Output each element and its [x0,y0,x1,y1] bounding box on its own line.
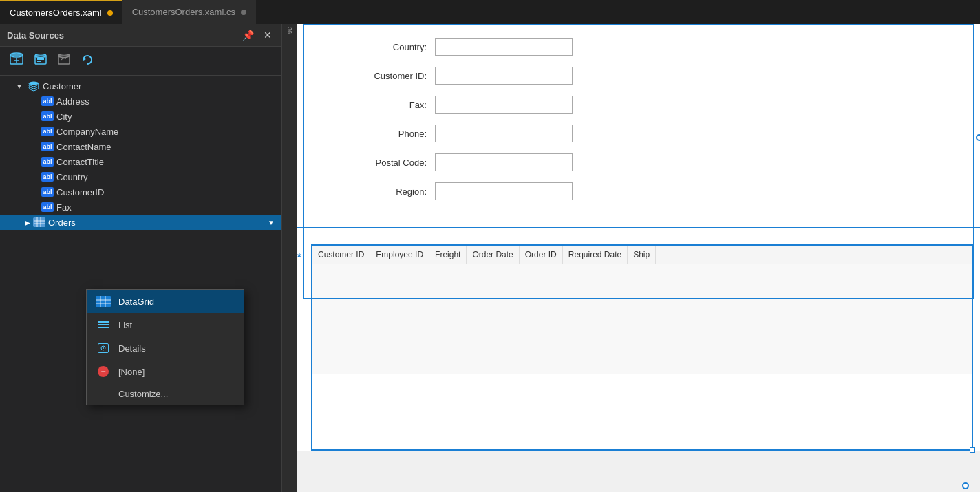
tab-xaml[interactable]: CustomersOrders.xaml [0,0,122,24]
form-row-postalcode: Postal Code: [325,153,952,171]
expand-orders[interactable]: ▶ [22,219,33,226]
dropdown-customize[interactable]: Customize... [87,383,244,405]
region-input[interactable] [435,182,573,200]
refresh-button[interactable] [77,51,98,72]
right-panel: 36 ▶ Country: [282,24,980,492]
col-ship: Ship [628,246,656,264]
close-panel-button[interactable]: ✕ [261,28,275,42]
fax-field-label: Fax: [325,100,435,110]
col-customerid-label: Customer ID [318,250,364,259]
col-orderid: Order ID [520,246,563,264]
svg-rect-18 [96,296,111,307]
phone-input[interactable] [435,125,573,142]
panel-header: Data Sources 📌 ✕ [0,24,281,47]
toolbar-row [0,47,281,76]
tree-item-country[interactable]: abl Country [0,169,281,184]
panel-title: Data Sources [7,30,64,41]
dropdown-details[interactable]: Details [87,336,244,360]
orders-grid-icon [34,217,45,227]
edit-datasource-button[interactable] [30,51,51,72]
refresh-schema-button[interactable] [54,51,74,72]
col-orderdate-label: Order Date [472,250,513,259]
asterisk-marker: * [297,251,301,262]
designer-area[interactable]: 36 ▶ Country: [282,24,980,492]
tab-xaml-label: CustomersOrders.xaml [10,8,102,18]
details-label: Details [118,343,146,354]
add-datasource-button[interactable] [6,50,28,72]
tree-root-customer[interactable]: ▼ Customer [0,78,281,94]
dropdown-none[interactable]: − [None] [87,360,244,383]
datagrid-label: DataGrid [118,297,154,307]
field-icon-customerid: abl [41,186,54,198]
companyname-label: CompanyName [56,127,281,137]
tree-item-customerid[interactable]: abl CustomerID [0,184,281,200]
col-customerid: Customer ID [312,246,370,264]
form-row-fax: Fax: [325,96,952,114]
svg-rect-7 [37,61,41,62]
tree-item-companyname[interactable]: abl CompanyName [0,124,281,139]
orders-label: Orders [48,217,261,228]
fax-input[interactable] [435,96,573,114]
left-panel: Data Sources 📌 ✕ [0,24,282,492]
postalcode-input[interactable] [435,153,573,171]
main-content: Data Sources 📌 ✕ [0,24,980,492]
country-label: Country [56,172,281,182]
tree-item-fax[interactable]: abl Fax [0,200,281,215]
ruler-left: 36 [282,24,297,492]
bottom-area [297,451,980,492]
dropdown-list[interactable]: List [87,313,244,336]
scroll-indicator [962,482,969,489]
tree-item-city[interactable]: abl City [0,109,281,124]
selection-divider: ▶ [297,227,980,228]
form-row-customerid: Customer ID: [325,67,952,85]
pin-button[interactable]: 📌 [239,28,257,42]
resize-handle-br[interactable] [970,447,975,453]
orders-icon [33,216,45,228]
dropdown-menu: DataGrid List [86,289,244,405]
dropdown-datagrid[interactable]: DataGrid [87,290,244,313]
field-icon-address: abl [41,95,54,107]
details-box [98,343,109,353]
list-label: List [118,320,132,330]
customerid-label: CustomerID [56,187,281,197]
contactname-label: ContactName [56,142,281,152]
list-icon [95,319,111,331]
postalcode-field-label: Postal Code: [325,158,435,168]
tree-item-orders[interactable]: ▶ Orders ▼ [0,215,281,230]
tab-cs-dot [241,10,246,15]
panel-header-actions: 📌 ✕ [239,28,275,42]
expand-customer[interactable]: ▼ [14,83,25,90]
db-icon-svg [28,81,39,92]
details-icon [95,342,111,354]
form-row-region: Region: [325,182,952,200]
customerid-field-label: Customer ID: [325,71,435,81]
contacttitle-label: ContactTitle [56,157,281,167]
field-icon-fax: abl [41,201,54,213]
tab-bar: CustomersOrders.xaml CustomersOrders.xam… [0,0,980,24]
form-canvas: ▶ Country: Customer ID: [297,24,980,492]
field-icon-companyname: abl [41,125,54,138]
col-orderid-label: Order ID [525,250,557,259]
datagrid-container[interactable]: Customer ID Employee ID Freight Order Da… [311,244,973,451]
refresh-schema-icon [58,54,70,66]
tab-cs[interactable]: CustomersOrders.xaml.cs [122,0,256,24]
edit-icon [34,54,47,66]
country-input[interactable] [435,38,573,56]
col-ship-label: Ship [633,250,650,259]
database-icon [28,80,40,92]
datagrid-icon [95,295,111,308]
city-label: City [56,111,281,122]
col-requireddate: Required Date [563,246,628,264]
orders-dropdown-button[interactable]: ▼ [264,218,279,227]
customize-label: Customize... [118,389,168,399]
field-icon-city: abl [41,110,54,122]
datagrid-body [312,264,972,374]
customerid-input[interactable] [435,67,573,85]
svg-rect-6 [37,58,44,60]
form-row-country: Country: [325,38,952,56]
tree-item-contactname[interactable]: abl ContactName [0,139,281,154]
col-orderdate: Order Date [467,246,519,264]
panel-header-title: Data Sources [7,30,64,41]
tree-item-contacttitle[interactable]: abl ContactTitle [0,154,281,169]
tree-item-address[interactable]: abl Address [0,94,281,109]
